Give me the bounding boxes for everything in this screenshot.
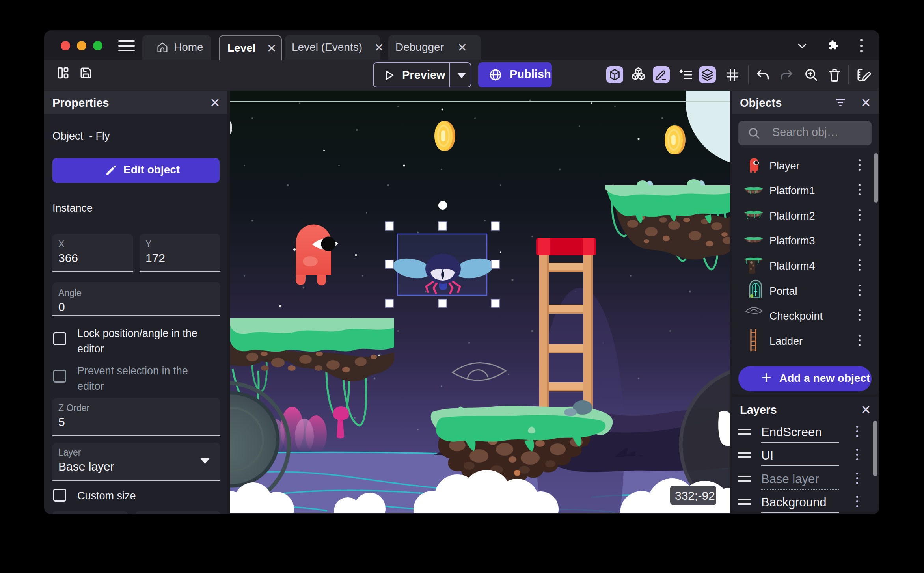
svg-text:332;-92: 332;-92 <box>675 489 715 502</box>
